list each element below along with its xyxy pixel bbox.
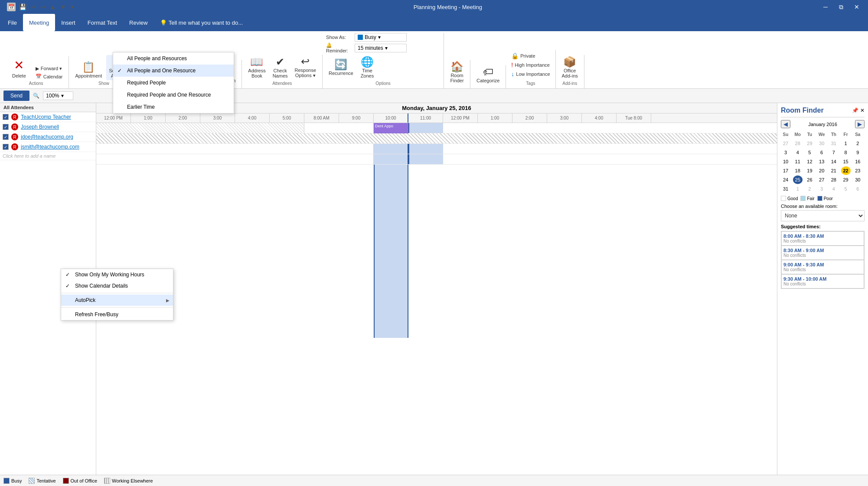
autopick-item[interactable]: AutoPick (61, 295, 173, 306)
up-button[interactable]: ▲ (49, 3, 57, 11)
attendee-checkbox-4[interactable]: ✓ (3, 144, 9, 150)
categorize-button[interactable]: 🏷 Categorize (474, 65, 502, 85)
appointment-button[interactable]: 📋 Appointment (72, 60, 104, 80)
cal-day[interactable]: 29 (805, 139, 814, 148)
cal-day[interactable]: 27 (781, 139, 790, 148)
show-as-dropdown[interactable]: Busy ▾ (355, 33, 407, 42)
suggested-time-2[interactable]: 8:30 AM - 9:00 AM No conflicts (781, 246, 864, 260)
menu-file[interactable]: File (2, 14, 23, 31)
cal-day[interactable]: 12 (805, 157, 814, 166)
cal-day[interactable]: 31 (829, 139, 839, 148)
cal-day[interactable]: 11 (793, 157, 803, 166)
all-people-one-resource-item[interactable]: All People and One Resource (113, 65, 234, 77)
cal-day[interactable]: 27 (817, 175, 826, 184)
suggested-time-4[interactable]: 9:30 AM - 10:00 AM No conflicts (781, 274, 864, 288)
attendee-row[interactable]: ✓ R Joseph Brownell (0, 122, 96, 132)
response-options-button[interactable]: ↩ ResponseOptions ▾ (292, 55, 319, 80)
cal-day[interactable]: 1 (841, 139, 851, 148)
add-name-row[interactable]: Click here to add a name (0, 152, 96, 160)
attendee-row[interactable]: ✓ R jsmith@teachucomp.com (0, 142, 96, 152)
cal-day[interactable]: 2 (853, 139, 862, 148)
cal-day[interactable]: 23 (853, 166, 862, 175)
cal-day[interactable]: 8 (841, 148, 851, 157)
undo-button[interactable]: ↩ (30, 3, 37, 11)
cal-day[interactable]: 30 (853, 175, 862, 184)
suggested-time-3[interactable]: 9:00 AM - 9:30 AM No conflicts (781, 260, 864, 274)
cal-day[interactable]: 3 (817, 185, 826, 193)
cal-day[interactable]: 29 (841, 175, 851, 184)
prev-month-button[interactable]: ◀ (781, 120, 790, 128)
room-finder-pin[interactable]: 📌 (852, 107, 858, 113)
attendee-row[interactable]: ✓ R TeachUcomp Teacher (0, 112, 96, 122)
close-button[interactable]: ✕ (849, 0, 865, 14)
cal-day[interactable]: 7 (829, 148, 839, 157)
cal-day[interactable]: 6 (853, 185, 862, 193)
restore-button[interactable]: ⧉ (833, 0, 849, 14)
required-people-one-resource-item[interactable]: Required People and One Resource (113, 89, 234, 101)
room-dropdown[interactable]: None (781, 210, 865, 221)
low-importance-button[interactable]: ↓ Low Importance (509, 70, 551, 78)
cal-day[interactable]: 24 (781, 175, 790, 184)
show-only-working-hours-item[interactable]: Show Only My Working Hours (61, 269, 173, 280)
cal-day[interactable]: 18 (793, 166, 803, 175)
show-calendar-details-item[interactable]: Show Calendar Details (61, 280, 173, 292)
office-addins-button[interactable]: 📦 OfficeAdd-ins (559, 55, 581, 80)
cal-day[interactable]: 16 (853, 157, 862, 166)
calendar-button[interactable]: 📅 Calendar (33, 73, 65, 80)
private-button[interactable]: 🔒 Private (509, 52, 551, 60)
down-button[interactable]: ▼ (59, 3, 67, 11)
room-finder-button[interactable]: 🏠 RoomFinder (447, 60, 467, 85)
cal-day[interactable]: 10 (781, 157, 790, 166)
earlier-time-item[interactable]: Earlier Time (113, 101, 234, 113)
cal-day[interactable]: 19 (805, 166, 814, 175)
cal-day[interactable]: 5 (805, 148, 814, 157)
attendee-checkbox-2[interactable]: ✓ (3, 124, 9, 130)
menu-format-text[interactable]: Format Text (82, 14, 123, 31)
cal-day-today[interactable]: 22 (841, 166, 851, 175)
cal-day[interactable]: 15 (841, 157, 851, 166)
cal-day[interactable]: 4 (829, 185, 839, 193)
menu-tell-me[interactable]: 💡 Tell me what you want to do... (154, 14, 249, 31)
cal-day[interactable]: 4 (793, 148, 803, 157)
cal-day[interactable]: 1 (793, 185, 803, 193)
attendee-checkbox-3[interactable]: ✓ (3, 134, 9, 140)
cal-day[interactable]: 9 (853, 148, 862, 157)
refresh-item[interactable]: Refresh Free/Busy (61, 309, 173, 320)
send-button[interactable]: Send (3, 91, 29, 101)
cal-day[interactable]: 31 (781, 185, 790, 193)
all-people-resources-item[interactable]: All People and Resources (113, 52, 234, 65)
suggested-time-1[interactable]: 8:00 AM - 8:30 AM No conflicts (781, 231, 864, 246)
cal-day[interactable]: 28 (793, 139, 803, 148)
menu-meeting[interactable]: Meeting (23, 14, 55, 31)
save-button[interactable]: 💾 (18, 3, 27, 11)
cal-day[interactable]: 6 (817, 148, 826, 157)
forward-button[interactable]: ▶ Forward ▾ (33, 65, 65, 72)
cal-day[interactable]: 20 (817, 166, 826, 175)
zoom-control[interactable]: 100% ▾ (43, 91, 73, 100)
required-people-item[interactable]: Required People (113, 77, 234, 89)
attendee-row[interactable]: ✓ R jdoe@teachucomp.org (0, 132, 96, 142)
cal-day[interactable]: 13 (817, 157, 826, 166)
cal-day[interactable]: 3 (781, 148, 790, 157)
minimize-button[interactable]: ─ (818, 0, 833, 14)
delete-button[interactable]: ✕ Delete (7, 56, 31, 80)
time-zones-button[interactable]: 🌐 TimeZones (358, 55, 377, 80)
cal-day[interactable]: 30 (817, 139, 826, 148)
next-month-button[interactable]: ▶ (855, 120, 865, 128)
customize-button[interactable]: ▾ (70, 3, 75, 11)
cal-day[interactable]: 14 (829, 157, 839, 166)
high-importance-button[interactable]: ! High Importance (509, 61, 551, 69)
attendee-checkbox-1[interactable]: ✓ (3, 114, 9, 120)
menu-review[interactable]: Review (123, 14, 154, 31)
recurrence-button[interactable]: 🔄 Recurrence (326, 55, 356, 80)
redo-button[interactable]: ↪ (39, 3, 46, 11)
cal-day[interactable]: 26 (805, 175, 814, 184)
cal-day[interactable]: 28 (829, 175, 839, 184)
room-finder-close[interactable]: ✕ (860, 107, 865, 113)
address-book-button[interactable]: 📖 AddressBook (245, 55, 268, 80)
cal-day[interactable]: 17 (781, 166, 790, 175)
reminder-dropdown[interactable]: 15 minutes ▾ (355, 44, 407, 52)
cal-day[interactable]: 21 (829, 166, 839, 175)
menu-insert[interactable]: Insert (55, 14, 82, 31)
cal-day[interactable]: 5 (841, 185, 851, 193)
